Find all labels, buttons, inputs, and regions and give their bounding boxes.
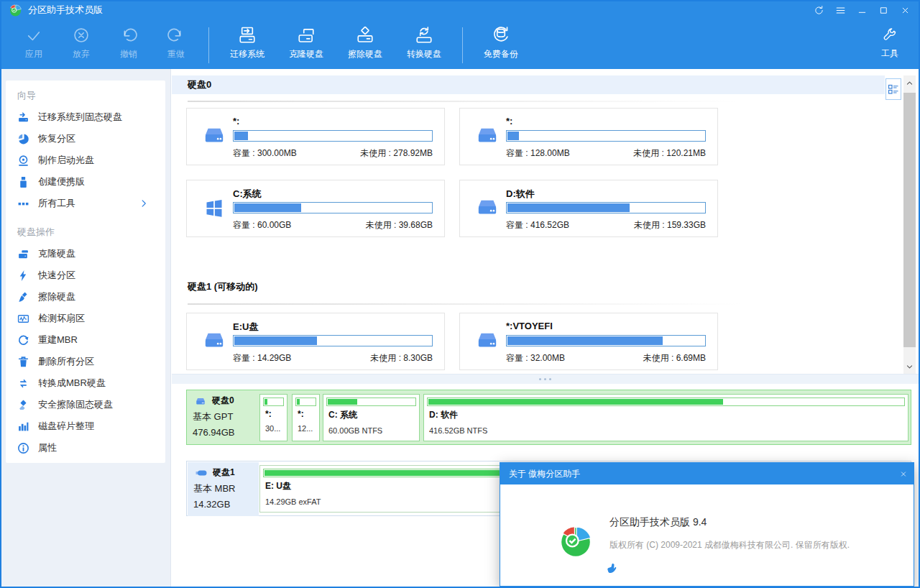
clone-disk-button[interactable]: 克隆硬盘 — [277, 24, 336, 60]
wipe-disk-label: 擦除硬盘 — [336, 48, 395, 60]
view-toggle-button[interactable] — [886, 78, 901, 100]
partition-block-p1[interactable]: *: 30... — [259, 394, 288, 441]
sidebar-item-properties[interactable]: 属性 — [6, 437, 165, 459]
unused-text: 未使用 : 39.68GB — [366, 219, 433, 231]
sidebar-item-convert-mbr[interactable]: 转换成MBR硬盘 — [6, 372, 165, 394]
partition-size: 60.00GB NTFS — [328, 426, 419, 435]
partition-block-p2[interactable]: *: 12... — [292, 394, 320, 441]
sidebar-item-clone-disk[interactable]: 克隆硬盘 — [6, 243, 165, 265]
undo-button[interactable]: 撤销 — [105, 24, 152, 60]
disk-type: 基本 MBR — [193, 482, 259, 495]
unused-text: 未使用 : 8.30GB — [370, 352, 433, 364]
convert-disk-icon — [415, 26, 433, 45]
partition-card-d[interactable]: D:软件 容量 : 416.52GB 未使用 : 159.33GB — [459, 180, 718, 237]
item-label: 克隆硬盘 — [38, 247, 75, 260]
panel-splitter[interactable] — [172, 374, 919, 384]
scroll-up-button[interactable] — [903, 75, 916, 90]
secure-erase-icon — [17, 399, 29, 411]
usage-bar — [506, 130, 706, 142]
disk-row-disk0[interactable]: 硬盘0 基本 GPT 476.94GB *: 30... *: 12... C:… — [186, 390, 911, 445]
free-backup-button[interactable]: 免费备份 — [472, 24, 530, 60]
sidebar-item-bad-sectors[interactable]: 检测坏扇区 — [6, 308, 165, 329]
disk-type: 基本 GPT — [193, 410, 259, 423]
partition-card-disk0-p1[interactable]: *: 容量 : 300.00MB 未使用 : 278.92MB — [186, 108, 445, 165]
drive-small-icon — [193, 395, 208, 407]
refresh-button[interactable] — [809, 2, 828, 18]
section-title: 硬盘操作 — [6, 220, 165, 243]
migrate-system-button[interactable]: 迁移系统 — [218, 24, 277, 60]
wipe-disk-button[interactable]: 擦除硬盘 — [336, 24, 395, 60]
tools-label: 工具 — [870, 47, 910, 60]
sidebar-item-all-tools[interactable]: 所有工具 — [6, 193, 165, 214]
unused-text: 未使用 : 278.92MB — [360, 147, 433, 160]
toolbar-separator — [462, 27, 463, 63]
partition-size: 12... — [298, 424, 319, 433]
usage-bar — [427, 398, 905, 406]
sidebar-item-wipe-disk[interactable]: 擦除硬盘 — [6, 286, 165, 308]
vertical-scrollbar[interactable] — [903, 75, 916, 374]
tools-button[interactable]: 工具 — [870, 24, 910, 60]
undo-label: 撤销 — [105, 48, 152, 60]
item-label: 制作启动光盘 — [38, 154, 94, 167]
usage-bar — [233, 130, 433, 142]
drive-icon — [474, 329, 500, 351]
partition-card-e[interactable]: E:U盘 容量 : 14.29GB 未使用 : 8.30GB — [186, 313, 445, 370]
capacity-text: 容量 : 416.52GB — [506, 219, 569, 231]
convert-disk-button[interactable]: 转换硬盘 — [395, 24, 454, 60]
title-bar: 分区助手技术员版 — [0, 0, 920, 20]
windows-logo-icon — [201, 198, 227, 218]
minimize-button[interactable] — [852, 2, 871, 18]
sidebar-item-secure-erase[interactable]: 安全擦除固态硬盘 — [6, 394, 165, 415]
redo-button[interactable]: 重做 — [152, 24, 200, 60]
close-icon — [900, 5, 911, 16]
hamburger-icon — [834, 4, 847, 17]
scrollbar-thumb[interactable] — [903, 93, 916, 347]
disk0-title: 硬盘0 — [188, 75, 885, 94]
maximize-icon — [878, 5, 889, 16]
disk1-title: 硬盘1 (可移动的) — [188, 280, 258, 293]
partition-block-d[interactable]: D: 软件 416.52GB NTFS — [423, 394, 908, 441]
sidebar-item-recover-partition[interactable]: 恢复分区 — [6, 128, 165, 150]
migrate-system-icon — [238, 26, 257, 45]
usage-bar — [233, 335, 433, 346]
copyright-text: 版权所有 (C) 2009-2021 成都傲梅科技有限公司. 保留所有版权. — [610, 539, 850, 551]
sidebar-item-delete-partitions[interactable]: 删除所有分区 — [6, 351, 165, 372]
unused-text: 未使用 : 6.69MB — [643, 352, 706, 364]
sidebar-item-rebuild-mbr[interactable]: 重建MBR — [6, 329, 165, 351]
delete-partitions-icon — [17, 356, 29, 368]
scroll-down-button[interactable] — [903, 359, 916, 374]
about-dialog: 关于 傲梅分区助手 分区助手技术员版 9.4 版权所有 (C) 2009-202… — [500, 462, 914, 587]
close-icon — [899, 469, 908, 479]
capacity-text: 容量 : 32.00MB — [506, 352, 565, 364]
partition-block-c[interactable]: C: 系统 60.00GB NTFS — [323, 394, 420, 441]
sidebar-item-migrate-ssd[interactable]: 迁移系统到固态硬盘 — [6, 106, 165, 128]
disk-info: 硬盘1 基本 MBR 14.32GB — [188, 462, 259, 516]
partition-card-vtoyefi[interactable]: *:VTOYEFI 容量 : 32.00MB 未使用 : 6.69MB — [459, 313, 718, 370]
sidebar-item-boot-disc[interactable]: 制作启动光盘 — [6, 150, 165, 171]
close-button[interactable] — [896, 2, 914, 18]
discard-button[interactable]: 放弃 — [58, 24, 105, 60]
menu-button[interactable] — [831, 2, 850, 18]
dialog-title-bar[interactable]: 关于 傲梅分区助手 — [500, 463, 914, 484]
dialog-close-button[interactable] — [891, 465, 908, 482]
disk-size: 14.32GB — [193, 499, 259, 510]
window-controls — [806, 2, 914, 18]
drive-icon — [474, 124, 500, 146]
convert-mbr-icon — [17, 377, 29, 390]
product-name: 分区助手技术员版 9.4 — [610, 516, 707, 529]
sidebar-item-quick-partition[interactable]: 快速分区 — [6, 265, 165, 286]
item-label: 磁盘碎片整理 — [38, 420, 94, 433]
apply-icon — [24, 26, 43, 45]
maximize-button[interactable] — [874, 2, 893, 18]
migrate-system-label: 迁移系统 — [218, 48, 277, 60]
partition-card-disk0-p2[interactable]: *: 容量 : 128.00MB 未使用 : 120.21MB — [459, 108, 718, 165]
partition-card-c[interactable]: C:系统 容量 : 60.00GB 未使用 : 39.68GB — [186, 180, 445, 237]
item-label: 擦除硬盘 — [38, 290, 75, 303]
sidebar-item-defrag[interactable]: 磁盘碎片整理 — [6, 415, 165, 437]
free-backup-icon — [492, 26, 510, 45]
partition-label: *: — [298, 409, 319, 419]
sidebar-item-portable[interactable]: 创建便携版 — [6, 171, 165, 193]
unused-text: 未使用 : 120.21MB — [633, 147, 706, 160]
redo-icon — [167, 26, 185, 45]
apply-button[interactable]: 应用 — [10, 24, 58, 60]
